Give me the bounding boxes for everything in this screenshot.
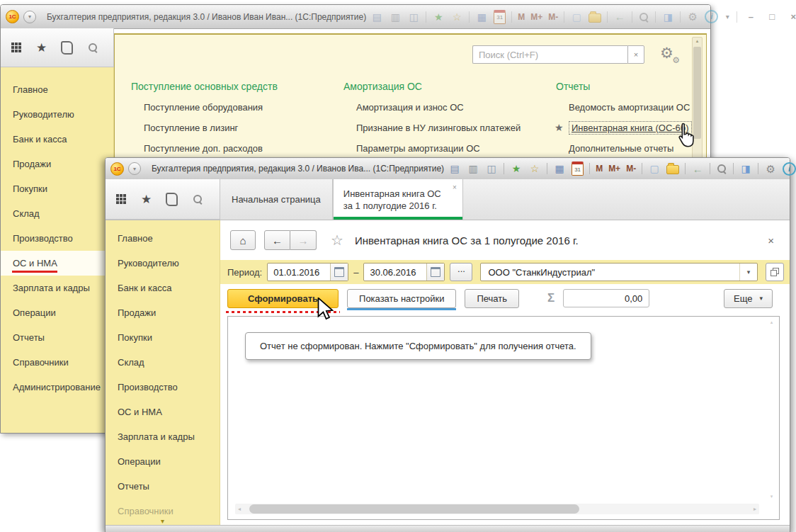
nav-back-button[interactable]: ← (264, 230, 290, 250)
memory-minus-icon[interactable]: M- (548, 11, 558, 23)
history-icon[interactable] (61, 41, 73, 55)
save-icon[interactable]: ▤ (370, 11, 383, 23)
sidebar-item-rukovoditelyu[interactable]: Руководителю (1, 102, 113, 127)
sum-field[interactable] (563, 289, 649, 307)
scrollbar-thumb[interactable] (693, 47, 701, 139)
minimize-button[interactable]: – (743, 11, 758, 23)
organization-open-button[interactable] (766, 263, 784, 281)
maximize-button[interactable]: □ (764, 11, 780, 23)
memory-plus-icon[interactable]: M+ (608, 162, 620, 175)
system-menu-button[interactable]: ▾ (128, 162, 141, 175)
memory-icon[interactable]: M (596, 162, 603, 175)
print-preview-icon[interactable]: ◫ (485, 162, 498, 175)
sidebar-item-glavnoe[interactable]: Главное (106, 226, 220, 251)
close-button[interactable]: × (785, 11, 796, 23)
menu-link[interactable]: Признание в НУ лизинговых платежей (343, 118, 556, 138)
service-icon[interactable]: ⚙ (686, 11, 699, 23)
history-icon[interactable] (166, 193, 178, 206)
search-input[interactable] (472, 45, 627, 64)
sidebar-item-otchety[interactable]: Отчеты (106, 474, 220, 499)
menu-link[interactable]: Поступление в лизинг (131, 118, 343, 138)
sidebar-item-pokupki[interactable]: Покупки (1, 176, 113, 201)
horizontal-scrollbar[interactable]: ◂ ▸ (235, 504, 759, 514)
find-icon[interactable] (716, 163, 727, 174)
sidebar-item-zarplata[interactable]: Зарплата и кадры (106, 424, 220, 449)
sidebar-item-bank-i-kassa[interactable]: Банк и касса (106, 276, 220, 300)
home-button[interactable]: ⌂ (230, 230, 256, 250)
scroll-down-icon[interactable]: ▾ (771, 494, 773, 499)
sidebar-item-prodazhi[interactable]: Продажи (1, 152, 113, 176)
memory-minus-icon[interactable]: M- (626, 162, 636, 175)
menu-link[interactable]: Амортизация и износ ОС (343, 97, 556, 118)
memory-plus-icon[interactable]: M+ (530, 11, 542, 23)
add-favorite-icon[interactable]: ★ (432, 11, 445, 23)
scrollbar-thumb[interactable] (249, 504, 579, 514)
sidebar-item-bank-i-kassa[interactable]: Банк и касса (1, 127, 113, 152)
sidebar-item-spravochniki[interactable]: Справочники (1, 350, 113, 375)
calendar-icon[interactable]: 31 (572, 162, 584, 176)
sidebar-item-sklad[interactable]: Склад (1, 201, 113, 226)
date-to-value[interactable]: 30.06.2016 (364, 267, 426, 278)
info-icon[interactable]: i (783, 162, 796, 176)
organization-value[interactable]: ООО "СтанкИндустриал" (481, 267, 739, 278)
calendar-icon[interactable]: 31 (494, 10, 506, 24)
form-close-button[interactable]: × (768, 234, 780, 247)
sidebar-item-zarplata[interactable]: Зарплата и кадры (1, 276, 113, 300)
sidebar-item-os-i-nma[interactable]: ОС и НМА (106, 400, 220, 424)
system-menu-button[interactable]: ▾ (23, 11, 36, 23)
open-document-icon[interactable] (666, 165, 679, 174)
menu-link-label[interactable]: Инвентарная книга (ОС-6б) (569, 121, 692, 135)
search-clear-button[interactable]: × (627, 45, 644, 64)
favorites-star-icon[interactable]: ★ (141, 192, 152, 207)
split-window-icon[interactable]: ◨ (739, 162, 752, 175)
tab-home[interactable]: Начальная страница (220, 179, 333, 220)
menu-link-inventory-book[interactable]: ★ Инвентарная книга (ОС-6б) (556, 118, 768, 138)
tab-inventory-book[interactable]: Инвентарная книга ОС за 1 полугодие 2016… (333, 179, 463, 220)
add-favorite-icon[interactable]: ★ (510, 162, 523, 175)
back-window-titlebar[interactable]: 1С ▾ Бухгалтерия предприятия, редакция 3… (1, 5, 710, 29)
nav-forward-button[interactable]: → (290, 230, 317, 250)
print-icon[interactable]: ▥ (467, 162, 479, 175)
settings-gear-icon[interactable]: ⚙ ⚙ (660, 46, 678, 63)
search-icon[interactable] (192, 193, 203, 205)
date-from-value[interactable]: 01.01.2016 (268, 267, 330, 278)
favorites-icon[interactable]: ☆ (450, 11, 463, 23)
sidebar-item-rukovoditelyu[interactable]: Руководителю (106, 251, 220, 276)
back-icon[interactable]: ← (613, 11, 626, 23)
save-icon[interactable]: ▤ (448, 162, 461, 175)
menu-grid-icon[interactable] (115, 193, 127, 205)
front-window-titlebar[interactable]: 1С ▾ Бухгалтерия предприятия, редакция 3… (106, 158, 790, 180)
service-icon[interactable]: ⚙ (764, 162, 777, 175)
tab-close-icon[interactable]: × (453, 184, 457, 191)
favorites-icon[interactable]: ☆ (528, 162, 541, 175)
info-icon[interactable]: i (705, 10, 718, 23)
print-preview-icon[interactable]: ◫ (407, 11, 420, 23)
date-to-field[interactable]: 30.06.2016 (363, 263, 445, 281)
menu-link[interactable]: Поступление доп. расходов (131, 138, 343, 159)
more-button[interactable]: Еще ▾ (724, 289, 773, 308)
scroll-up-icon[interactable]: ▴ (771, 319, 773, 325)
calculator-icon[interactable]: ▦ (553, 162, 566, 175)
date-from-calendar-button[interactable] (330, 264, 348, 281)
back-icon[interactable]: ← (691, 162, 704, 175)
sidebar-item-proizvodstvo[interactable]: Производство (106, 375, 220, 400)
search-icon[interactable] (87, 42, 98, 53)
scroll-up-icon[interactable]: ▴ (693, 38, 702, 44)
sidebar-item-glavnoe[interactable]: Главное (1, 77, 113, 102)
organization-dropdown-icon[interactable]: ▾ (739, 264, 757, 281)
open-document-icon[interactable] (589, 13, 601, 23)
favorites-star-icon[interactable]: ★ (36, 40, 47, 55)
date-from-field[interactable]: 01.01.2016 (267, 263, 348, 281)
scroll-left-icon[interactable]: ◂ (238, 504, 241, 514)
date-to-calendar-button[interactable] (426, 264, 444, 281)
menu-link[interactable]: Дополнительные отчеты (556, 138, 768, 159)
sidebar-item-otchety[interactable]: Отчеты (1, 325, 113, 350)
memory-icon[interactable]: M (518, 11, 525, 23)
sidebar-item-operacii[interactable]: Операции (1, 300, 113, 325)
menu-link[interactable]: Ведомость амортизации ОС (556, 97, 768, 118)
print-icon[interactable]: ▥ (389, 11, 402, 23)
sidebar-item-os-i-nma-active[interactable]: ОС и НМА (1, 251, 113, 276)
new-document-icon[interactable]: ▢ (570, 11, 583, 23)
vertical-scrollbar[interactable]: ▴ ▾ (767, 319, 776, 499)
sidebar-item-sklad[interactable]: Склад (106, 350, 220, 375)
